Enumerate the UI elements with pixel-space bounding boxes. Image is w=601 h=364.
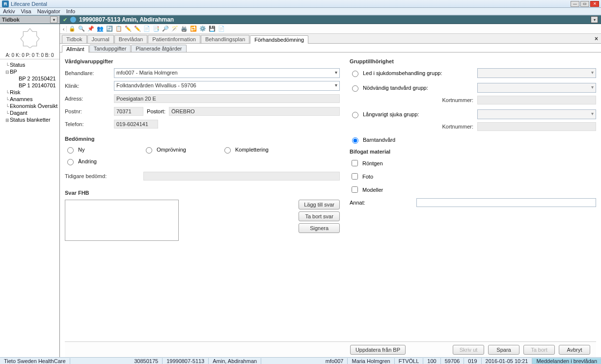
menu-bar: Arkiv Visa Navigator Info [0,8,601,15]
telefon-field: 019-6024141 [114,120,158,129]
tidbok-label: Tidbok [2,17,20,23]
tree-risk[interactable]: └Risk [2,89,57,96]
status-bar: Tieto Sweden HealthCare 30850175 1999080… [0,357,601,364]
tabs-lower: Allmänt Tanduppgifter Planerade åtgärder [60,44,601,52]
doc-icon[interactable]: 📄 [143,25,151,33]
lock-icon[interactable]: 🔒 [68,25,76,33]
wand-icon[interactable]: 🪄 [171,25,179,33]
klinik-select[interactable]: Folktandvården Wivallius - 59706 [114,81,340,91]
tab-tidbok[interactable]: Tidbok [62,35,87,43]
close-button[interactable]: ✕ [590,1,599,7]
label-barn: Barntandvård [363,137,395,143]
radio-omprovning[interactable] [146,147,152,154]
uppdatera-button[interactable]: Uppdatera från BP [350,345,406,355]
tabort-button[interactable]: Ta bort [523,345,555,355]
postort-field: ÖREBRO [169,107,340,116]
collapse-sidebar-icon[interactable]: ‹ [62,26,67,32]
tab-journal[interactable]: Journal [87,35,114,43]
tree-bp[interactable]: ⊟BP [2,68,57,75]
users-icon[interactable]: 👥 [96,25,104,33]
main-panel: ‹ 🔒 🔍 📌 👥 🔄 📋 ✏️ ✏️ 📄 📑 🔎 🪄 🖨️ 🔁 ⚙️ 💾 📄 … [60,24,601,357]
add-svar-button[interactable]: Lägg till svar [299,200,340,209]
status-ts: 2016-01-05 10:21 [482,358,533,364]
label-annat: Annat: [350,200,413,206]
svar-listbox[interactable] [65,200,179,241]
tree-blanketter[interactable]: ⊞Status blanketter [2,116,57,123]
behandlare-select[interactable]: mfo007 - Maria Holmgren [114,68,340,78]
counters: A: 0 K: 0 P: 0 T: 0 B: 0 [0,52,59,59]
zoom-icon[interactable]: 🔎 [162,25,169,33]
tree-anamnes[interactable]: └Anamnes [2,96,57,103]
chk-modeller[interactable] [352,186,358,193]
avbryt-button[interactable]: Avbryt [559,345,590,355]
medical-logo [0,24,59,52]
minimize-button[interactable]: — [571,1,579,7]
label-modeller: Modeller [362,187,383,193]
edit-icon[interactable]: ✏️ [124,25,132,33]
tree-ekonomi[interactable]: └Ekonomisk Översikt [2,103,57,109]
gear-icon[interactable]: ⚙️ [199,25,207,33]
sync-icon[interactable]: 🔁 [190,25,197,33]
annat-input[interactable] [416,198,596,207]
radio-langv[interactable] [352,112,358,118]
spara-button[interactable]: Spara [488,345,519,355]
status-message[interactable]: Meddelanden i brevlådan [532,358,601,364]
menu-arkiv[interactable]: Arkiv [3,8,15,14]
search-icon[interactable]: 🔍 [78,25,85,33]
section-vardgivar: Vårdgivaruppgifter [65,58,340,64]
led-select[interactable] [477,68,596,78]
tree-status[interactable]: └Status [2,61,57,68]
subtab-planerade[interactable]: Planerade åtgärder [131,45,186,52]
label-langv: Långvarigt sjuka grupp: [363,111,419,117]
docs-icon[interactable]: 📑 [152,25,160,33]
edit2-icon[interactable]: ✏️ [134,25,141,33]
sign-button[interactable]: Signera [299,223,340,233]
remove-svar-button[interactable]: Ta bort svar [299,211,340,221]
menu-visa[interactable]: Visa [21,8,31,14]
save-icon[interactable]: 💾 [208,25,216,33]
status-pnr: 19990807-5113 [163,358,209,364]
radio-andring[interactable] [67,159,74,165]
langv-select[interactable] [477,109,596,119]
chk-rontgen[interactable] [352,160,358,166]
pin-icon[interactable]: 📌 [87,25,95,33]
tab-brevladan[interactable]: Brevlådan [114,35,148,43]
patient-header: 19990807-5113 Amin, Abdirahman [79,16,174,23]
tab-behandlingsplan[interactable]: Behandlingsplan [201,35,249,43]
subtab-allmant[interactable]: Allmänt [62,45,89,52]
app-title: Lifecare Dental [11,1,47,7]
tab-close-icon[interactable]: × [595,35,598,42]
clipboard-icon[interactable]: 📋 [115,25,123,33]
menu-navigator[interactable]: Navigator [37,8,60,14]
tab-forhandsbedomning[interactable]: Förhandsbedömning [250,35,308,44]
section-svar: Svar FHB [65,190,340,196]
print-icon[interactable]: 🖨️ [180,25,188,33]
tidbok-dropdown-icon[interactable]: ▾ [50,16,57,23]
chk-foto[interactable] [352,173,358,180]
patient-dropdown-icon[interactable]: ▾ [591,16,598,23]
tree-bp-child-1[interactable]: BP 2 20150421 [2,75,57,82]
tree-dagant[interactable]: └Dagant [2,109,57,116]
status-id1: 30850175 [130,358,163,364]
tree-bp-child-2[interactable]: BP 1 20140701 [2,82,57,89]
tidbok-selector[interactable]: Tidbok ▾ [0,16,60,24]
radio-nodv[interactable] [352,85,358,92]
app-icon: R [2,0,9,7]
subtab-tanduppgifter[interactable]: Tanduppgifter [89,45,131,52]
label-nodv: Nödvändig tandvård grupp: [363,85,428,91]
menu-info[interactable]: Info [66,8,75,14]
label-klinik: Klinik: [65,83,114,89]
nodv-select[interactable] [477,83,596,93]
maximize-button[interactable]: ▭ [580,1,589,7]
skrivut-button[interactable]: Skriv ut [453,345,484,355]
tab-patientinfo[interactable]: Patientinformation [148,35,200,43]
radio-ny[interactable] [67,147,74,154]
refresh-icon[interactable]: 🔄 [106,25,113,33]
label-kort1: Kortnummer: [350,97,477,103]
status-org: FTVÖLL [395,358,424,364]
radio-komplettering[interactable] [224,147,231,154]
radio-barn[interactable] [352,137,358,144]
radio-led[interactable] [352,71,358,77]
status-user: mfo007 [322,358,348,364]
page-icon[interactable]: 📄 [218,25,225,33]
